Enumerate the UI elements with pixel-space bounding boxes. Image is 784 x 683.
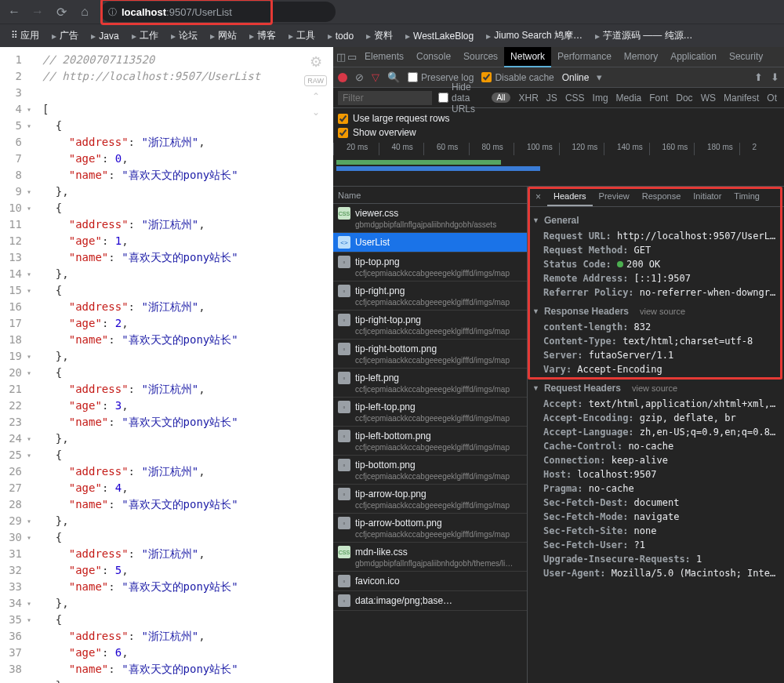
filter-type-xhr[interactable]: XHR [517, 93, 541, 104]
request-row[interactable]: ▫favicon.ico [333, 572, 527, 591]
devtools-tab-network[interactable]: Network [504, 47, 551, 67]
filter-type-img[interactable]: Img [590, 93, 611, 104]
upload-icon[interactable]: ⬆ [754, 71, 763, 83]
request-row[interactable]: ▫tip-left-bottom.pngccfjcepmiaackkccabge… [333, 427, 527, 456]
show-overview-check[interactable] [338, 128, 348, 138]
request-row[interactable]: ▫tip-right.pngccfjcepmiaackkccabgeeegekl… [333, 282, 527, 311]
devtools-tab-memory[interactable]: Memory [618, 47, 664, 67]
apps-icon[interactable]: ⠿ 应用 [6, 27, 44, 44]
filter-type-doc[interactable]: Doc [673, 93, 695, 104]
close-detail-button[interactable]: × [531, 191, 546, 202]
section-header[interactable]: ▼Response Headersview source [532, 303, 779, 320]
request-row[interactable]: <>UserList [333, 233, 527, 252]
inspect-icon[interactable]: ◫ [336, 51, 346, 63]
bookmarks-bar: ⠿ 应用▸广告▸Java▸工作▸论坛▸网站▸博客▸工具▸todo▸资料▸West… [0, 24, 784, 47]
request-row[interactable]: CSSviewer.cssgbmdgpbipfallnflgajpaliibnh… [333, 204, 527, 233]
header-row: Pragma: no-cache [532, 481, 779, 496]
browser-toolbar: ← → ⟳ ⌂ ⓘ localhost:9507/UserList [0, 0, 784, 24]
detail-tab-headers[interactable]: Headers [547, 187, 593, 206]
devtools-tab-application[interactable]: Application [664, 47, 723, 67]
file-type-icon: ▫ [338, 401, 350, 413]
bookmark-item[interactable]: ▸工具 [284, 27, 320, 44]
filter-type-ws[interactable]: WS [699, 93, 718, 104]
filter-icon[interactable]: ▽ [372, 71, 379, 83]
detail-tab-response[interactable]: Response [636, 187, 688, 206]
timeline-bar [336, 166, 540, 171]
request-row[interactable]: ▫tip-right-top.pngccfjcepmiaackkccabgeee… [333, 311, 527, 340]
request-row[interactable]: ▫tip-right-bottom.pngccfjcepmiaackkccabg… [333, 340, 527, 369]
header-row: Host: localhost:9507 [532, 467, 779, 481]
devtools-tab-console[interactable]: Console [410, 47, 457, 67]
filter-type-media[interactable]: Media [614, 93, 644, 104]
filter-all[interactable]: All [492, 93, 510, 103]
bookmark-item[interactable]: ▸Java [86, 29, 123, 43]
timeline-tick: 120 ms [559, 143, 604, 155]
bookmark-item[interactable]: ▸WestLakeBlog [401, 29, 478, 43]
clear-icon[interactable]: ⊘ [355, 71, 364, 83]
bookmark-item[interactable]: ▸论坛 [166, 27, 202, 44]
online-select[interactable]: Online [562, 72, 590, 83]
device-icon[interactable]: ▭ [347, 51, 357, 63]
chevron-down-icon[interactable]: ▾ [597, 71, 602, 83]
raw-toggle[interactable]: RAW [304, 75, 327, 86]
bookmark-item[interactable]: ▸网站 [205, 27, 241, 44]
devtools-tab-performance[interactable]: Performance [551, 47, 618, 67]
download-icon[interactable]: ⬇ [771, 71, 779, 83]
filter-type-font[interactable]: Font [647, 93, 670, 104]
bookmark-item[interactable]: ▸博客 [245, 27, 281, 44]
devtools-tab-security[interactable]: Security [723, 47, 769, 67]
disable-cache-check[interactable]: Disable cache [481, 72, 554, 83]
request-row[interactable]: ▫data:image/png;base… [333, 591, 527, 611]
timeline-tick: 40 ms [379, 143, 424, 155]
request-row[interactable]: CSSmdn-like.cssgbmdgpbipfallnflgajpaliib… [333, 543, 527, 572]
devtools-tab-sources[interactable]: Sources [457, 47, 504, 67]
gear-icon[interactable]: ⚙ [310, 53, 322, 71]
detail-tab-initiator[interactable]: Initiator [687, 187, 728, 206]
header-row: User-Agent: Mozilla/5.0 (Macintosh; Inte… [532, 566, 779, 580]
request-row[interactable]: ▫tip-top.pngccfjcepmiaackkccabgeeegeklgi… [333, 252, 527, 282]
file-type-icon: ▫ [338, 256, 350, 268]
search-icon[interactable]: 🔍 [387, 71, 400, 83]
bookmark-item[interactable]: ▸工作 [127, 27, 163, 44]
filter-input[interactable] [338, 91, 432, 105]
bookmark-item[interactable]: ▸资料 [361, 27, 397, 44]
timeline-overview[interactable]: 20 ms40 ms60 ms80 ms100 ms120 ms140 ms16… [333, 143, 784, 187]
name-column-header[interactable]: Name [333, 187, 527, 204]
collapse-up-icon[interactable]: ⌃ [312, 91, 320, 102]
file-type-icon: ▫ [338, 459, 350, 471]
request-row[interactable]: ▫tip-left.pngccfjcepmiaackkccabgeeegeklg… [333, 369, 527, 398]
filter-type-ot[interactable]: Ot [764, 93, 779, 104]
view-source-link[interactable]: view source [640, 307, 685, 316]
detail-tab-preview[interactable]: Preview [593, 187, 636, 206]
devtools-tab-elements[interactable]: Elements [358, 47, 410, 67]
request-path: gbmdgpbipfallnflgajpaliibnhdgobh/themes/… [338, 559, 522, 568]
record-button[interactable] [338, 73, 347, 82]
header-row: content-length: 832 [532, 320, 779, 334]
bookmark-item[interactable]: ▸广告 [47, 27, 83, 44]
address-bar[interactable]: ⓘ localhost:9507/UserList [100, 2, 336, 22]
bookmark-item[interactable]: ▸Jiumo Search 鸠摩… [481, 27, 587, 44]
file-type-icon: ▫ [338, 517, 350, 529]
section-header[interactable]: ▼Request Headersview source [532, 380, 779, 397]
forward-button[interactable]: → [30, 5, 45, 19]
home-button[interactable]: ⌂ [77, 5, 93, 19]
filter-type-manifest[interactable]: Manifest [721, 93, 761, 104]
section-header[interactable]: ▼General [532, 212, 779, 229]
request-row[interactable]: ▫tip-left-top.pngccfjcepmiaackkccabgeeeg… [333, 398, 527, 427]
back-button[interactable]: ← [6, 5, 22, 19]
expand-down-icon[interactable]: ⌄ [312, 107, 320, 118]
request-row[interactable]: ▫tip-arrow-top.pngccfjcepmiaackkccabgeee… [333, 485, 527, 514]
request-name: tip-left-top.png [355, 401, 416, 412]
request-row[interactable]: ▫tip-bottom.pngccfjcepmiaackkccabgeeegek… [333, 456, 527, 485]
view-source-link[interactable]: view source [632, 383, 677, 393]
request-row[interactable]: ▫tip-arrow-bottom.pngccfjcepmiaackkccabg… [333, 514, 527, 543]
filter-type-js[interactable]: JS [544, 93, 560, 104]
filter-type-css[interactable]: CSS [563, 93, 587, 104]
bookmark-item[interactable]: ▸芋道源码 —— 纯源… [590, 27, 698, 44]
network-toolbar: ⊘ ▽ 🔍 Preserve log Disable cache Online … [333, 67, 784, 88]
reload-button[interactable]: ⟳ [53, 5, 69, 20]
bookmark-item[interactable]: ▸todo [323, 29, 358, 43]
large-rows-check[interactable] [338, 114, 348, 124]
request-list: Name CSSviewer.cssgbmdgpbipfallnflgajpal… [333, 187, 528, 683]
detail-tab-timing[interactable]: Timing [728, 187, 766, 206]
